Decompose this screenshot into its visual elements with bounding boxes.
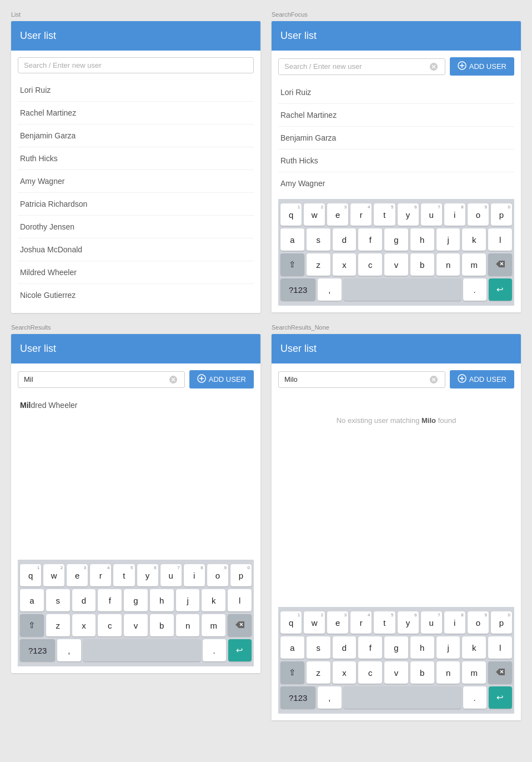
list-item[interactable]: Ruth Hicks	[278, 150, 514, 172]
key-comma[interactable]: ,	[318, 686, 341, 709]
list-item[interactable]: Benjamin Garza	[278, 127, 514, 150]
key-space[interactable]	[83, 639, 200, 661]
key-z[interactable]: z	[307, 253, 330, 276]
key-j[interactable]: j	[436, 636, 460, 659]
key-b[interactable]: b	[410, 661, 434, 684]
key-i[interactable]: 8i	[184, 564, 205, 586]
key-o[interactable]: 9o	[468, 203, 489, 226]
key-shift[interactable]: ⇧	[280, 253, 304, 276]
key-sym[interactable]: ?123	[280, 686, 315, 709]
add-user-button[interactable]: ADD USER	[450, 57, 514, 76]
key-enter[interactable]: ↩	[489, 686, 512, 709]
key-u[interactable]: 7u	[421, 203, 442, 226]
key-a[interactable]: a	[280, 636, 304, 659]
key-q[interactable]: 1q	[20, 564, 41, 586]
key-j[interactable]: j	[436, 228, 460, 251]
clear-button[interactable]	[428, 62, 439, 71]
add-user-button[interactable]: ADD USER	[189, 370, 254, 389]
key-enter[interactable]: ↩	[489, 278, 512, 301]
key-s[interactable]: s	[307, 636, 330, 659]
key-k[interactable]: k	[462, 228, 486, 251]
key-c[interactable]: c	[98, 614, 122, 636]
key-n[interactable]: n	[176, 614, 200, 636]
search-box[interactable]	[18, 57, 254, 73]
key-u[interactable]: 7u	[421, 611, 442, 634]
key-w[interactable]: 2w	[304, 203, 325, 226]
search-input[interactable]	[284, 62, 428, 71]
key-p[interactable]: 0p	[230, 564, 252, 586]
key-i[interactable]: 8i	[444, 611, 465, 634]
key-r[interactable]: 4r	[90, 564, 111, 586]
key-w[interactable]: 2w	[304, 611, 325, 634]
key-o[interactable]: 9o	[468, 611, 489, 634]
key-f[interactable]: f	[98, 589, 122, 611]
key-l[interactable]: l	[488, 228, 512, 251]
list-item[interactable]: Mildred Wheeler	[18, 261, 254, 284]
key-v[interactable]: v	[124, 614, 148, 636]
key-comma[interactable]: ,	[57, 639, 81, 661]
key-t[interactable]: 5t	[113, 564, 134, 586]
clear-button[interactable]	[168, 375, 179, 384]
key-g[interactable]: g	[124, 589, 148, 611]
key-m[interactable]: m	[462, 661, 486, 684]
key-z[interactable]: z	[46, 614, 70, 636]
key-space[interactable]	[344, 278, 461, 301]
search-box[interactable]	[18, 371, 185, 388]
key-period[interactable]: .	[463, 278, 486, 301]
key-g[interactable]: g	[384, 636, 408, 659]
add-user-button[interactable]: ADD USER	[450, 370, 514, 389]
key-e[interactable]: 3e	[327, 611, 348, 634]
key-enter[interactable]: ↩	[228, 639, 252, 661]
search-input[interactable]	[284, 375, 428, 384]
key-j[interactable]: j	[176, 589, 200, 611]
key-f[interactable]: f	[358, 228, 382, 251]
key-u[interactable]: 7u	[160, 564, 182, 586]
list-item[interactable]: Rachel Martinez	[278, 104, 514, 127]
key-h[interactable]: h	[410, 636, 434, 659]
key-sym[interactable]: ?123	[20, 639, 55, 661]
key-d[interactable]: d	[72, 589, 96, 611]
key-c[interactable]: c	[358, 661, 382, 684]
key-q[interactable]: 1q	[280, 611, 302, 634]
key-p[interactable]: 0p	[491, 611, 512, 634]
list-item[interactable]: Amy Wagner	[18, 170, 254, 193]
clear-button[interactable]	[428, 375, 439, 384]
key-k[interactable]: k	[462, 636, 486, 659]
search-input[interactable]	[24, 61, 248, 69]
search-box[interactable]	[278, 58, 445, 75]
key-h[interactable]: h	[150, 589, 174, 611]
key-period[interactable]: .	[203, 639, 226, 661]
key-v[interactable]: v	[384, 253, 408, 276]
key-space[interactable]	[344, 686, 461, 709]
key-g[interactable]: g	[384, 228, 408, 251]
list-item[interactable]: Lori Ruiz	[278, 81, 514, 104]
key-r[interactable]: 4r	[350, 611, 372, 634]
key-w[interactable]: 2w	[43, 564, 64, 586]
key-comma[interactable]: ,	[318, 278, 341, 301]
key-backspace[interactable]	[488, 661, 512, 684]
key-b[interactable]: b	[150, 614, 174, 636]
key-l[interactable]: l	[228, 589, 252, 611]
key-r[interactable]: 4r	[350, 203, 372, 226]
search-box[interactable]	[278, 371, 445, 388]
key-backspace[interactable]	[488, 253, 512, 276]
key-e[interactable]: 3e	[67, 564, 88, 586]
key-x[interactable]: x	[333, 661, 357, 684]
key-l[interactable]: l	[488, 636, 512, 659]
key-s[interactable]: s	[307, 228, 330, 251]
key-b[interactable]: b	[410, 253, 434, 276]
key-i[interactable]: 8i	[444, 203, 465, 226]
key-t[interactable]: 5t	[374, 611, 395, 634]
list-item[interactable]: Mildred Wheeler	[18, 394, 254, 416]
key-z[interactable]: z	[307, 661, 330, 684]
key-n[interactable]: n	[436, 661, 460, 684]
key-backspace[interactable]	[228, 614, 252, 636]
list-item[interactable]: Joshua McDonald	[18, 238, 254, 261]
list-item[interactable]: Amy Wagner	[278, 172, 514, 195]
key-o[interactable]: 9o	[207, 564, 228, 586]
key-v[interactable]: v	[384, 661, 408, 684]
key-n[interactable]: n	[436, 253, 460, 276]
list-item[interactable]: Patricia Richardson	[18, 193, 254, 216]
key-x[interactable]: x	[72, 614, 96, 636]
list-item[interactable]: Dorothy Jensen	[18, 216, 254, 238]
